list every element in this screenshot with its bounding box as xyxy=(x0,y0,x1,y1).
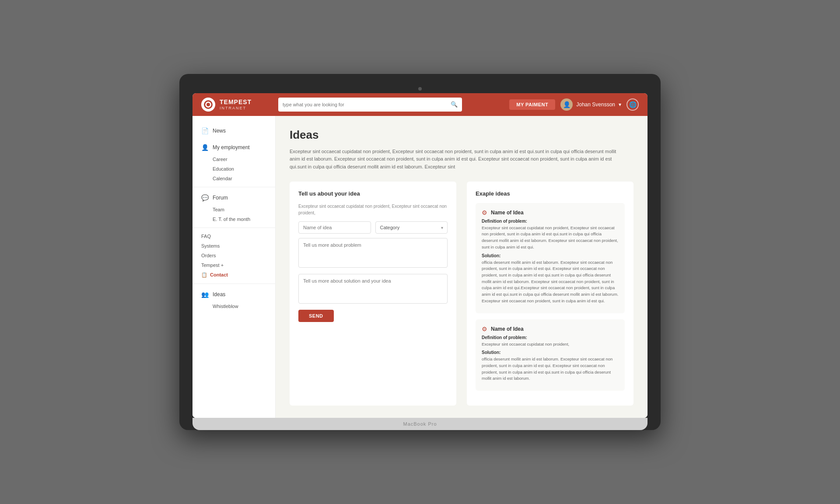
problem-textarea[interactable] xyxy=(298,238,448,268)
sidebar-section-news: 📄 News xyxy=(192,124,275,138)
sidebar-item-employment[interactable]: 👤 My employment xyxy=(192,140,275,154)
example-card-2: ⚙ Name of Idea Definition of problem: Ex… xyxy=(476,319,625,391)
news-icon: 📄 xyxy=(201,127,208,134)
sidebar-item-tempest-plus[interactable]: Tempest + xyxy=(192,260,275,270)
employment-icon: 👤 xyxy=(201,144,208,151)
example2-header: ⚙ Name of Idea xyxy=(482,326,619,332)
topbar-right: MY PAIMENT 👤 Johan Svensson ▾ 🌐 xyxy=(509,98,639,111)
user-area[interactable]: 👤 Johan Svensson ▾ xyxy=(560,98,621,111)
example2-title: Name of Idea xyxy=(491,326,524,332)
sidebar-divider-3 xyxy=(192,284,275,284)
sidebar-item-label-forum: Forum xyxy=(213,195,228,201)
sidebar-section-ideas: 👥 Ideas Whistleblow xyxy=(192,287,275,311)
sidebar-item-calendar[interactable]: Calendar xyxy=(192,174,275,183)
form-intro: Excepteur sint occaecat cupidatat non pr… xyxy=(298,203,448,216)
topbar: TEMPEST INTRANET 🔍 MY PAIMENT 👤 Johan Sv… xyxy=(192,93,648,116)
category-select[interactable]: Category xyxy=(375,221,448,234)
sidebar-item-forum[interactable]: 💬 Forum xyxy=(192,191,275,205)
gear-icon-2: ⚙ xyxy=(482,326,487,332)
sidebar-item-team[interactable]: Team xyxy=(192,205,275,214)
sidebar-divider-2 xyxy=(192,228,275,228)
search-icon: 🔍 xyxy=(451,101,458,108)
sidebar-item-news[interactable]: 📄 News xyxy=(192,124,275,138)
example2-problem-text: Excepteur sint occaecat cupidatat non pr… xyxy=(482,341,619,348)
sidebar-section-misc: FAQ Systems Orders Tempest + 📋 Contact xyxy=(192,231,275,280)
two-column-layout: Tell us about your idea Excepteur sint o… xyxy=(290,182,634,406)
sidebar-item-education[interactable]: Education xyxy=(192,164,275,174)
avatar: 👤 xyxy=(560,98,573,111)
forum-icon: 💬 xyxy=(201,194,208,201)
example1-solution-text: officia deserunt mollit anim id est labo… xyxy=(482,259,619,304)
sidebar-item-whistleblow[interactable]: Whistleblow xyxy=(192,301,275,311)
example-card-1: ⚙ Name of Idea Definition of problem: Ex… xyxy=(476,203,625,313)
laptop-base: MacBook Pro xyxy=(192,418,648,430)
my-payment-button[interactable]: MY PAIMENT xyxy=(509,99,555,110)
examples-panel: Exaple ideas ⚙ Name of Idea Definition o… xyxy=(467,182,634,406)
form-row-name-category: Category xyxy=(298,221,448,234)
sidebar-item-ideas[interactable]: 👥 Ideas xyxy=(192,287,275,301)
sidebar-item-label-employment: My employment xyxy=(213,144,250,150)
search-input[interactable] xyxy=(283,102,451,107)
logo-title: TEMPEST xyxy=(220,99,252,105)
example2-solution-label: Solution: xyxy=(482,350,619,355)
logo-text: TEMPEST INTRANET xyxy=(220,99,252,110)
sidebar-item-career[interactable]: Career xyxy=(192,154,275,164)
idea-form-panel: Tell us about your idea Excepteur sint o… xyxy=(290,182,456,406)
category-select-wrapper: Category xyxy=(375,221,448,234)
send-button[interactable]: SEND xyxy=(298,310,334,322)
globe-icon[interactable]: 🌐 xyxy=(626,98,639,111)
logo-area: TEMPEST INTRANET xyxy=(201,98,271,112)
sidebar-item-orders[interactable]: Orders xyxy=(192,251,275,260)
page-title: Ideas xyxy=(290,128,634,142)
sidebar-divider-1 xyxy=(192,187,275,187)
laptop-brand-label: MacBook Pro xyxy=(403,421,437,427)
logo-subtitle: INTRANET xyxy=(220,106,252,110)
search-bar[interactable]: 🔍 xyxy=(278,98,462,112)
sidebar-item-label-contact: Contact xyxy=(210,272,228,277)
example2-problem-label: Definition of problem: xyxy=(482,335,619,340)
sidebar-section-forum: 💬 Forum Team E. T. of the month xyxy=(192,191,275,224)
idea-name-input[interactable] xyxy=(298,221,371,234)
solution-textarea[interactable] xyxy=(298,274,448,304)
example1-header: ⚙ Name of Idea xyxy=(482,209,619,216)
gear-icon-1: ⚙ xyxy=(482,209,487,216)
contact-icon: 📋 xyxy=(201,272,207,278)
sidebar-item-systems[interactable]: Systems xyxy=(192,241,275,251)
example1-solution-label: Solution: xyxy=(482,253,619,258)
sidebar-section-employment: 👤 My employment Career Education Calenda… xyxy=(192,140,275,183)
example2-solution-text: officia deserunt mollit anim id est labo… xyxy=(482,356,619,382)
example1-title: Name of Idea xyxy=(491,210,524,216)
form-panel-title: Tell us about your idea xyxy=(298,190,448,197)
sidebar-item-faq[interactable]: FAQ xyxy=(192,231,275,241)
page-intro-text: Excepteur sint occaecat cupidatat non pr… xyxy=(290,148,622,171)
example1-problem-label: Definition of problem: xyxy=(482,219,619,224)
ideas-icon: 👥 xyxy=(201,291,208,298)
sidebar-item-label-ideas: Ideas xyxy=(213,291,225,298)
main-layout: 📄 News 👤 My employment Career Education … xyxy=(192,116,648,418)
sidebar-item-et-month[interactable]: E. T. of the month xyxy=(192,214,275,224)
content-area: Ideas Excepteur sint occaecat cupidatat … xyxy=(276,116,648,418)
chevron-down-icon: ▾ xyxy=(619,102,621,108)
logo-icon xyxy=(201,98,215,112)
user-name: Johan Svensson xyxy=(576,102,615,108)
sidebar-item-label-news: News xyxy=(213,128,226,134)
examples-panel-title: Exaple ideas xyxy=(476,190,625,197)
sidebar: 📄 News 👤 My employment Career Education … xyxy=(192,116,276,418)
sidebar-item-contact[interactable]: 📋 Contact xyxy=(192,270,275,280)
example1-problem-text: Excepteur sint occaecat cupidatat non pr… xyxy=(482,225,619,251)
